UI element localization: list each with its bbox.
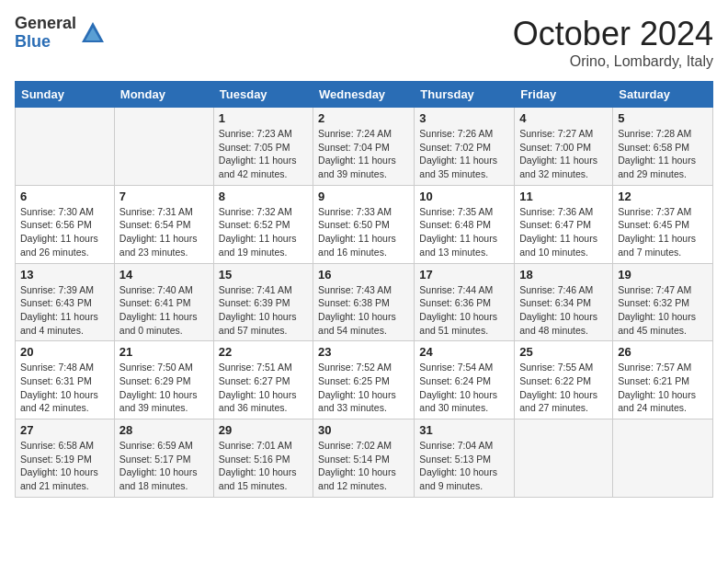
day-info: Sunrise: 6:58 AM Sunset: 5:19 PM Dayligh… [20,439,109,493]
day-number: 16 [318,268,409,282]
day-info: Sunrise: 7:54 AM Sunset: 6:24 PM Dayligh… [419,361,509,415]
calendar-cell: 16Sunrise: 7:43 AM Sunset: 6:38 PM Dayli… [313,263,415,341]
day-info: Sunrise: 7:47 AM Sunset: 6:32 PM Dayligh… [618,283,708,338]
day-number: 31 [419,423,509,437]
day-number: 27 [20,423,109,437]
month-title: October 2024 [513,15,713,53]
calendar-cell: 19Sunrise: 7:47 AM Sunset: 6:32 PM Dayli… [613,263,713,341]
day-info: Sunrise: 7:27 AM Sunset: 7:00 PM Dayligh… [519,127,608,181]
calendar-cell [613,419,713,498]
day-number: 28 [119,423,209,437]
header-thursday: Thursday [415,82,515,108]
day-info: Sunrise: 7:33 AM Sunset: 6:50 PM Dayligh… [318,205,409,259]
day-number: 14 [119,268,209,282]
calendar-cell: 8Sunrise: 7:32 AM Sunset: 6:52 PM Daylig… [213,185,313,263]
day-info: Sunrise: 7:51 AM Sunset: 6:27 PM Dayligh… [219,361,308,415]
header-friday: Friday [515,82,613,108]
calendar-cell: 13Sunrise: 7:39 AM Sunset: 6:43 PM Dayli… [16,263,115,341]
day-number: 12 [618,190,708,203]
day-info: Sunrise: 7:36 AM Sunset: 6:47 PM Dayligh… [519,205,608,259]
day-info: Sunrise: 7:52 AM Sunset: 6:25 PM Dayligh… [318,361,409,415]
calendar-cell: 11Sunrise: 7:36 AM Sunset: 6:47 PM Dayli… [515,185,613,263]
day-number: 2 [318,111,409,125]
day-info: Sunrise: 7:44 AM Sunset: 6:36 PM Dayligh… [419,283,509,338]
day-number: 8 [219,190,308,203]
day-number: 25 [519,345,608,359]
calendar-cell: 5Sunrise: 7:28 AM Sunset: 6:58 PM Daylig… [613,108,713,186]
day-info: Sunrise: 7:01 AM Sunset: 5:16 PM Dayligh… [219,439,308,493]
day-number: 5 [618,111,708,125]
calendar-cell: 23Sunrise: 7:52 AM Sunset: 6:25 PM Dayli… [313,341,415,419]
day-number: 10 [419,190,509,203]
day-info: Sunrise: 6:59 AM Sunset: 5:17 PM Dayligh… [119,439,209,493]
title-block: October 2024 Orino, Lombardy, Italy [513,15,713,70]
day-number: 19 [618,268,708,282]
calendar-cell: 24Sunrise: 7:54 AM Sunset: 6:24 PM Dayli… [415,341,515,419]
calendar-cell: 21Sunrise: 7:50 AM Sunset: 6:29 PM Dayli… [114,341,213,419]
day-number: 23 [318,345,409,359]
logo-general-text: General [15,15,76,33]
header-saturday: Saturday [613,82,713,108]
day-info: Sunrise: 7:57 AM Sunset: 6:21 PM Dayligh… [618,361,708,415]
day-info: Sunrise: 7:35 AM Sunset: 6:48 PM Dayligh… [419,205,509,259]
day-number: 20 [20,345,109,359]
calendar-cell: 18Sunrise: 7:46 AM Sunset: 6:34 PM Dayli… [515,263,613,341]
day-info: Sunrise: 7:24 AM Sunset: 7:04 PM Dayligh… [318,127,409,181]
day-info: Sunrise: 7:46 AM Sunset: 6:34 PM Dayligh… [519,283,608,338]
calendar-cell: 6Sunrise: 7:30 AM Sunset: 6:56 PM Daylig… [16,185,115,263]
calendar-cell: 7Sunrise: 7:31 AM Sunset: 6:54 PM Daylig… [114,185,213,263]
page-header: General Blue October 2024 Orino, Lombard… [15,15,713,70]
day-info: Sunrise: 7:02 AM Sunset: 5:14 PM Dayligh… [318,439,409,493]
calendar-cell: 3Sunrise: 7:26 AM Sunset: 7:02 PM Daylig… [415,108,515,186]
day-number: 1 [219,111,308,125]
day-number: 9 [318,190,409,203]
calendar-cell: 31Sunrise: 7:04 AM Sunset: 5:13 PM Dayli… [415,419,515,498]
calendar-cell [114,108,213,186]
calendar-cell: 28Sunrise: 6:59 AM Sunset: 5:17 PM Dayli… [114,419,213,498]
calendar-week-row: 27Sunrise: 6:58 AM Sunset: 5:19 PM Dayli… [16,419,713,498]
day-number: 29 [219,423,308,437]
day-info: Sunrise: 7:48 AM Sunset: 6:31 PM Dayligh… [20,361,109,415]
calendar-cell: 15Sunrise: 7:41 AM Sunset: 6:39 PM Dayli… [213,263,313,341]
calendar-week-row: 13Sunrise: 7:39 AM Sunset: 6:43 PM Dayli… [16,263,713,341]
calendar-cell: 25Sunrise: 7:55 AM Sunset: 6:22 PM Dayli… [515,341,613,419]
calendar-cell [16,108,115,186]
header-tuesday: Tuesday [213,82,313,108]
calendar-cell: 26Sunrise: 7:57 AM Sunset: 6:21 PM Dayli… [613,341,713,419]
day-number: 3 [419,111,509,125]
calendar-cell [515,419,613,498]
day-number: 6 [20,190,109,203]
day-number: 11 [519,190,608,203]
day-number: 4 [519,111,608,125]
day-info: Sunrise: 7:31 AM Sunset: 6:54 PM Dayligh… [119,205,209,259]
day-number: 18 [519,268,608,282]
calendar-cell: 27Sunrise: 6:58 AM Sunset: 5:19 PM Dayli… [16,419,115,498]
calendar-cell: 12Sunrise: 7:37 AM Sunset: 6:45 PM Dayli… [613,185,713,263]
day-number: 30 [318,423,409,437]
calendar-cell: 20Sunrise: 7:48 AM Sunset: 6:31 PM Dayli… [16,341,115,419]
logo-icon [80,20,106,46]
calendar-cell: 4Sunrise: 7:27 AM Sunset: 7:00 PM Daylig… [515,108,613,186]
day-info: Sunrise: 7:39 AM Sunset: 6:43 PM Dayligh… [20,283,109,338]
calendar-cell: 1Sunrise: 7:23 AM Sunset: 7:05 PM Daylig… [213,108,313,186]
day-number: 22 [219,345,308,359]
calendar-cell: 29Sunrise: 7:01 AM Sunset: 5:16 PM Dayli… [213,419,313,498]
header-wednesday: Wednesday [313,82,415,108]
day-number: 21 [119,345,209,359]
calendar-week-row: 20Sunrise: 7:48 AM Sunset: 6:31 PM Dayli… [16,341,713,419]
day-info: Sunrise: 7:50 AM Sunset: 6:29 PM Dayligh… [119,361,209,415]
day-number: 7 [119,190,209,203]
day-info: Sunrise: 7:40 AM Sunset: 6:41 PM Dayligh… [119,283,209,338]
day-number: 15 [219,268,308,282]
calendar-header-row: SundayMondayTuesdayWednesdayThursdayFrid… [16,82,713,108]
day-info: Sunrise: 7:37 AM Sunset: 6:45 PM Dayligh… [618,205,708,259]
day-info: Sunrise: 7:23 AM Sunset: 7:05 PM Dayligh… [219,127,308,181]
calendar-cell: 14Sunrise: 7:40 AM Sunset: 6:41 PM Dayli… [114,263,213,341]
location-subtitle: Orino, Lombardy, Italy [513,53,713,70]
calendar-cell: 30Sunrise: 7:02 AM Sunset: 5:14 PM Dayli… [313,419,415,498]
day-info: Sunrise: 7:26 AM Sunset: 7:02 PM Dayligh… [419,127,509,181]
logo: General Blue [15,15,106,52]
calendar-cell: 17Sunrise: 7:44 AM Sunset: 6:36 PM Dayli… [415,263,515,341]
calendar-cell: 9Sunrise: 7:33 AM Sunset: 6:50 PM Daylig… [313,185,415,263]
day-info: Sunrise: 7:55 AM Sunset: 6:22 PM Dayligh… [519,361,608,415]
